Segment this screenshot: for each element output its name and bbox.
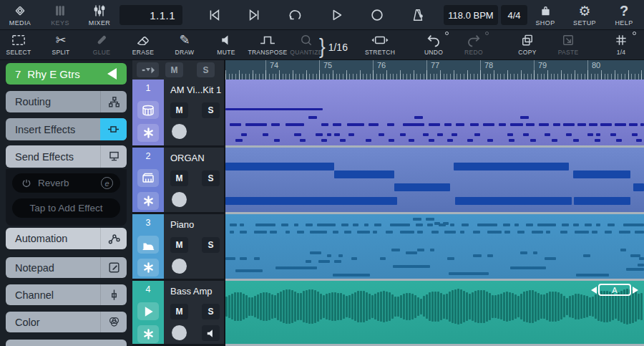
midi-note[interactable] <box>321 123 328 126</box>
midi-note[interactable] <box>629 123 638 126</box>
freeze-asterisk-icon[interactable] <box>137 259 159 277</box>
midi-note[interactable] <box>487 139 493 142</box>
midi-note[interactable] <box>270 231 277 234</box>
midi-note[interactable] <box>334 260 341 263</box>
midi-note[interactable] <box>380 257 386 260</box>
organ-icon[interactable] <box>137 169 159 187</box>
freeze-asterisk-icon[interactable] <box>137 192 159 210</box>
midi-note[interactable] <box>357 231 370 234</box>
record-arm-button[interactable] <box>172 325 187 340</box>
midi-note[interactable] <box>225 108 323 110</box>
track-lane-3[interactable] <box>225 214 644 279</box>
midi-note[interactable] <box>619 231 630 234</box>
midi-note[interactable] <box>503 224 510 226</box>
track-color-strip[interactable]: 3 <box>132 214 164 279</box>
midi-note[interactable] <box>473 231 480 234</box>
midi-note[interactable] <box>333 123 341 126</box>
midi-note[interactable] <box>575 231 589 234</box>
marker-prev-icon[interactable] <box>591 287 597 294</box>
paste-button[interactable]: PASTE <box>545 32 592 56</box>
midi-note[interactable] <box>294 133 301 136</box>
midi-note[interactable] <box>573 170 630 178</box>
midi-note[interactable] <box>430 249 434 251</box>
midi-note[interactable] <box>539 123 549 126</box>
midi-note[interactable] <box>225 257 235 260</box>
midi-note[interactable] <box>553 123 560 126</box>
midi-note[interactable] <box>393 265 430 268</box>
marker-next-icon[interactable] <box>633 287 638 294</box>
midi-note[interactable] <box>620 249 626 251</box>
midi-note[interactable] <box>417 249 424 251</box>
go-to-end-button[interactable] <box>239 4 270 26</box>
setup-button[interactable]: ⚙ SETUP <box>565 3 605 27</box>
midi-note[interactable] <box>387 123 394 126</box>
track-mute-button[interactable]: M <box>170 237 188 253</box>
midi-note[interactable] <box>389 139 394 142</box>
midi-note[interactable] <box>552 139 557 142</box>
play-button[interactable] <box>321 4 352 26</box>
midi-note[interactable] <box>439 224 446 226</box>
midi-note[interactable] <box>633 183 644 191</box>
midi-note[interactable] <box>334 133 340 136</box>
midi-note[interactable] <box>526 224 533 226</box>
midi-note[interactable] <box>636 139 642 142</box>
lane-version-marker[interactable]: A <box>591 284 638 296</box>
midi-note[interactable] <box>595 139 600 142</box>
midi-note[interactable] <box>414 116 423 119</box>
midi-note[interactable] <box>364 224 369 226</box>
midi-note[interactable] <box>327 133 331 136</box>
sidebar-item-color[interactable]: Color <box>6 312 127 332</box>
track-solo-button[interactable]: S <box>202 102 220 118</box>
sidebar-item-partial[interactable] <box>6 340 127 346</box>
track-header-1[interactable]: 1AM Vi...Kit 1MS <box>132 80 224 145</box>
grid-setting[interactable]: 1/4 <box>597 32 644 56</box>
midi-note[interactable] <box>317 224 336 226</box>
midi-note[interactable] <box>297 231 304 234</box>
midi-note[interactable] <box>300 139 306 142</box>
edit-effect-icon[interactable]: e <box>101 177 113 189</box>
midi-note[interactable] <box>390 224 410 226</box>
midi-note[interactable] <box>477 224 497 226</box>
midi-note[interactable] <box>413 218 421 221</box>
midi-note[interactable] <box>566 133 572 136</box>
track-mute-button[interactable]: M <box>170 170 188 186</box>
midi-note[interactable] <box>444 231 456 234</box>
midi-note[interactable] <box>638 264 644 266</box>
midi-note[interactable] <box>537 224 556 226</box>
sidebar-item-notepad[interactable]: Notepad <box>6 257 127 278</box>
midi-note[interactable] <box>626 268 644 271</box>
midi-note[interactable] <box>560 231 567 234</box>
midi-note[interactable] <box>409 139 414 142</box>
midi-note[interactable] <box>510 266 546 269</box>
midi-note[interactable] <box>592 231 597 234</box>
master-solo-button[interactable]: S <box>197 62 215 77</box>
track-header-2[interactable]: 2ORGANMS <box>132 148 224 212</box>
midi-note[interactable] <box>400 133 406 136</box>
media-button[interactable]: MEDIA <box>0 3 40 27</box>
midi-note[interactable] <box>450 224 454 226</box>
midi-note[interactable] <box>473 254 482 257</box>
stretch-tool[interactable]: STRETCH <box>356 32 404 56</box>
midi-note[interactable] <box>340 139 346 142</box>
track-mute-button[interactable]: M <box>170 102 188 118</box>
track-lane-4[interactable]: A <box>225 281 644 344</box>
midi-note[interactable] <box>470 123 479 126</box>
track-solo-button[interactable]: S <box>202 237 220 253</box>
track-lane-1[interactable] <box>225 80 644 145</box>
track-color-strip[interactable]: 1 <box>132 80 164 145</box>
add-effect-button[interactable]: Tap to Add Effect <box>12 198 120 218</box>
freeze-asterisk-icon[interactable] <box>137 124 159 142</box>
midi-note[interactable] <box>455 197 572 205</box>
midi-note[interactable] <box>373 231 377 234</box>
midi-note[interactable] <box>344 231 351 234</box>
freeze-asterisk-icon[interactable] <box>137 325 159 343</box>
midi-note[interactable] <box>235 269 263 272</box>
midi-note[interactable] <box>585 224 592 226</box>
midi-note[interactable] <box>520 116 529 119</box>
record-arm-button[interactable] <box>172 192 187 207</box>
record-arm-button[interactable] <box>172 124 187 139</box>
midi-note[interactable] <box>334 170 394 178</box>
sidebar-item-automation[interactable]: Automation <box>6 228 127 249</box>
help-button[interactable]: ? HELP <box>604 3 644 27</box>
quantize-value[interactable]: } 1/16 <box>319 36 348 58</box>
